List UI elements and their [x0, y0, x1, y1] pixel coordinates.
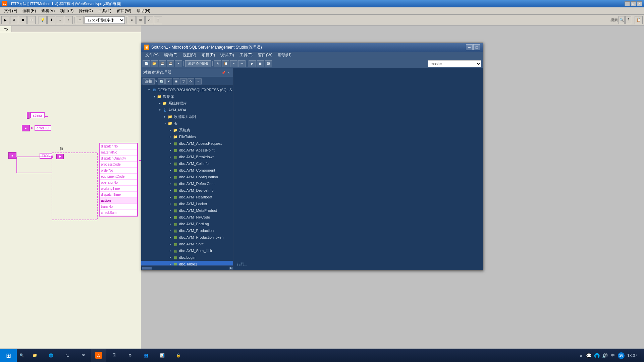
tree-item-dbo-Login[interactable]: ▸ ▦ dbo.Login [141, 254, 233, 261]
ssms-menu-tools[interactable]: 工具(T) [237, 52, 255, 59]
lv-menu-window[interactable]: 窗口(W) [114, 7, 134, 14]
step-over-button[interactable]: → [56, 16, 64, 24]
ssms-scrollbar-h[interactable]: ▶ [141, 265, 233, 270]
tree-item-dbo-AYM_Locker[interactable]: ▸ ▦ dbo.AYM_Locker [141, 200, 233, 207]
tree-item-dbo-AYM_DefectCode[interactable]: ▸ ▦ dbo.AYM_DefectCode [141, 180, 233, 187]
ssms-disconnect-button[interactable]: ✖ [165, 78, 172, 84]
taskbar-edge[interactable]: 🌐 [43, 349, 59, 362]
taskbar-settings[interactable]: ⚙ [122, 349, 138, 362]
ssms-stop-refresh-button[interactable]: ⏹ [173, 78, 179, 84]
lv-menu-project[interactable]: 项目(P) [57, 7, 76, 14]
tray-input-icon[interactable]: 中 [610, 352, 616, 359]
run-continuously-button[interactable]: ↺ [10, 16, 18, 24]
tree-item-filetables[interactable]: ▸ 📁 FileTables [141, 133, 233, 140]
tree-item-dbdiagram[interactable]: ▸ 📁 数据库关系图 [141, 113, 233, 120]
tree-item-dbo-AYM_Heartbeat[interactable]: ▸ ▦ dbo.AYM_Heartbeat [141, 194, 233, 200]
ssms-connect-label[interactable]: 连接 [143, 78, 155, 84]
maximize-button[interactable]: □ [631, 1, 636, 6]
tree-item-system-db[interactable]: ▸ 📁 系统数据库 [141, 100, 233, 107]
ssms-copy-button[interactable]: ⎘ [214, 60, 221, 67]
tree-item-aym-mda[interactable]: ▾ 🗄 AYM_MDA [141, 107, 233, 113]
ssms-image-button[interactable]: 🖼 [265, 60, 272, 67]
ssms-stop-button[interactable]: ⏹ [257, 60, 264, 67]
tray-up-arrow[interactable]: ∧ [578, 352, 584, 359]
tray-badge[interactable]: 26 [618, 352, 625, 359]
tree-item-dbo-AYM_NPCode[interactable]: ▸ ▦ dbo.AYM_NPCode [141, 214, 233, 221]
ssms-debug-button[interactable]: ▶ [249, 60, 256, 67]
start-button[interactable]: ⊞ [0, 349, 17, 362]
lv-menu-edit[interactable]: 编辑(E) [20, 7, 39, 14]
ssms-new-query-button[interactable]: 新建查询(N) [185, 60, 211, 67]
expand-tables[interactable]: ▾ [163, 121, 167, 126]
tree-item-dbo-AYM_Production[interactable]: ▸ ▦ dbo.AYM_Production [141, 227, 233, 234]
tray-im-icon[interactable]: 💬 [586, 352, 592, 359]
tree-item-dbo-AYM_Breakdown[interactable]: ▸ ▦ dbo.AYM_Breakdown [141, 154, 233, 160]
show-desktop-button[interactable] [640, 350, 641, 362]
reorder-button[interactable]: ⊟ [154, 16, 162, 24]
tree-item-dbo-AYM_CellInfo[interactable]: ▸ ▦ dbo.AYM_CellInfo [141, 160, 233, 167]
expand-dbo.AYM_PartLog[interactable]: ▸ [168, 222, 173, 226]
tree-item-dbo-AYM_Configuration[interactable]: ▸ ▦ dbo.AYM_Configuration [141, 174, 233, 180]
step-into-button[interactable]: ⬇ [47, 16, 55, 24]
taskbar-mail[interactable]: ✉ [75, 349, 91, 362]
expand-dbo.AYM_Locker[interactable]: ▸ [168, 201, 173, 206]
expand-dbo.AYM_Heartbeat[interactable]: ▸ [168, 195, 173, 199]
help-button[interactable]: ? [625, 16, 631, 24]
ssms-objexp-close-button[interactable]: ✕ [226, 70, 231, 75]
tray-volume-icon[interactable]: 🔊 [602, 352, 608, 359]
tree-item-dbo-Table1[interactable]: ▸ ▦ dbo.Table1 [141, 261, 233, 265]
ssms-save-button[interactable]: 💾 [159, 60, 166, 67]
taskbar-ssms[interactable]: 🗄 [106, 349, 122, 362]
resize-button[interactable]: ⤢ [145, 16, 153, 24]
ssms-refresh-button[interactable]: 🔄 [158, 78, 165, 84]
taskbar-people[interactable]: 👥 [138, 349, 154, 362]
scrollbar-thumb-h[interactable] [142, 266, 152, 270]
tree-item-dbo-AYM_ProductionToken[interactable]: ▸ ▦ dbo.AYM_ProductionToken [141, 234, 233, 241]
abort-button[interactable]: ⏹ [19, 16, 27, 24]
tree-item-tables[interactable]: ▾ 📁 表 [141, 120, 233, 127]
ssms-undo-button[interactable]: ✂ [175, 60, 182, 67]
ssms-undo2-button[interactable]: ↩ [238, 60, 246, 67]
tree-item-dbo-AYM_Component[interactable]: ▸ ▦ dbo.AYM_Component [141, 167, 233, 174]
taskbar-extra1[interactable]: 📊 [154, 349, 170, 362]
ssms-open-button[interactable]: 📂 [151, 60, 158, 67]
ssms-menu-view[interactable]: 视图(V) [180, 52, 199, 59]
ssms-sync-button[interactable]: ⟳ [187, 78, 194, 84]
tree-item-dbo-AYM_Shift[interactable]: ▸ ▦ dbo.AYM_Shift [141, 241, 233, 247]
highlight-button[interactable]: 💡 [39, 16, 47, 24]
ssms-paste-button[interactable]: 📋 [222, 60, 229, 67]
expand-dbo.AYM_AcessPoint[interactable]: ▸ [168, 148, 173, 153]
expand-dbdiagram[interactable]: ▸ [163, 114, 167, 119]
step-out-button[interactable]: ↑ [65, 16, 73, 24]
expand-dbo.AYM_Shift[interactable]: ▸ [168, 242, 173, 246]
expand-dbo.AYM_Production[interactable]: ▸ [168, 228, 173, 233]
distribute-button[interactable]: ⊞ [137, 16, 145, 24]
search-button[interactable]: 🔍 [619, 16, 625, 24]
align-button[interactable]: ≡ [128, 16, 136, 24]
expand-dbo.AYM_Sum_HHr[interactable]: ▸ [168, 248, 173, 253]
ssms-summary-button[interactable]: ≡ [195, 78, 202, 84]
expand-dbo.AYM_DefectCode[interactable]: ▸ [168, 181, 173, 186]
ssms-new-file-button[interactable]: 📄 [143, 60, 150, 67]
expand-databases[interactable]: ▾ [152, 94, 157, 99]
lv-menu-help[interactable]: 帮助(H) [134, 7, 153, 14]
expand-dbo.AYM_Configuration[interactable]: ▸ [168, 175, 173, 179]
expand-sysdb[interactable]: ▸ [157, 101, 162, 106]
ssms-filter-button[interactable]: ▽ [180, 78, 187, 84]
expand-dbo.AYM_NPCode[interactable]: ▸ [168, 215, 173, 220]
ssms-menu-edit[interactable]: 编辑(E) [161, 52, 180, 59]
extra-tool-button[interactable]: 📋 [635, 16, 643, 24]
expand-dbo.AYM_Component[interactable]: ▸ [168, 168, 173, 173]
warn-button[interactable]: ⚠ [76, 16, 84, 24]
taskbar-extra2[interactable]: 🔒 [170, 349, 186, 362]
taskbar-store[interactable]: 🛍 [59, 349, 75, 362]
ssms-menu-debug[interactable]: 调试(D) [218, 52, 237, 59]
ssms-cut-button[interactable]: ✂ [230, 60, 237, 67]
expand-aym-mda[interactable]: ▾ [157, 108, 162, 112]
ssms-save-all-button[interactable]: 💾 [167, 60, 174, 67]
taskbar-search[interactable]: 🔍 [17, 349, 27, 362]
pause-button[interactable]: ⏸ [28, 16, 36, 24]
tree-item-databases[interactable]: ▾ 📁 数据库 [141, 93, 233, 100]
expand-dbo.AYM_CellInfo[interactable]: ▸ [168, 161, 173, 166]
tree-item-dbo-AYM_PartLog[interactable]: ▸ ▦ dbo.AYM_PartLog [141, 221, 233, 227]
